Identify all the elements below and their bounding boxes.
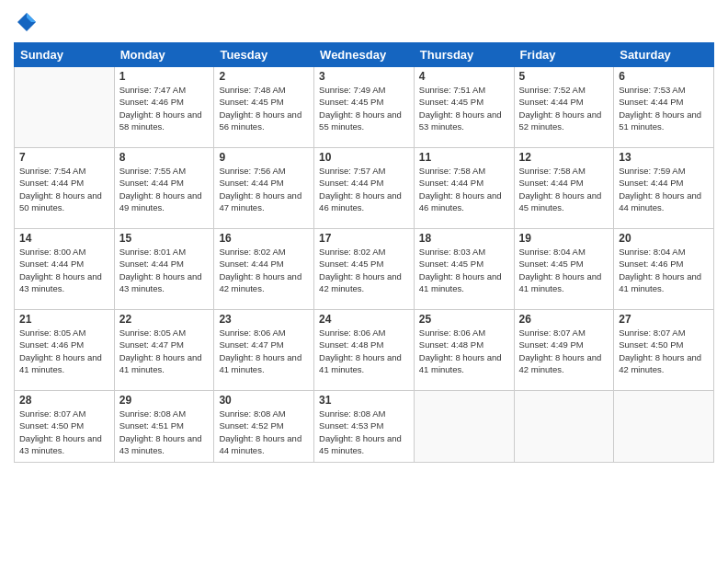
calendar-cell bbox=[614, 391, 714, 463]
calendar-cell: 30Sunrise: 8:08 AMSunset: 4:52 PMDayligh… bbox=[214, 391, 314, 463]
calendar-cell: 18Sunrise: 8:03 AMSunset: 4:45 PMDayligh… bbox=[414, 229, 514, 310]
day-info: Sunrise: 7:54 AMSunset: 4:44 PMDaylight:… bbox=[19, 165, 109, 213]
day-info: Sunrise: 7:52 AMSunset: 4:44 PMDaylight:… bbox=[519, 84, 609, 132]
day-number: 9 bbox=[219, 151, 309, 164]
day-number: 14 bbox=[19, 232, 109, 245]
day-info: Sunrise: 8:08 AMSunset: 4:51 PMDaylight:… bbox=[119, 408, 210, 456]
day-number: 2 bbox=[219, 70, 309, 83]
day-number: 4 bbox=[419, 70, 509, 83]
day-number: 3 bbox=[319, 70, 409, 83]
calendar-cell: 20Sunrise: 8:04 AMSunset: 4:46 PMDayligh… bbox=[614, 229, 714, 310]
logo-icon bbox=[14, 9, 40, 35]
day-info: Sunrise: 8:07 AMSunset: 4:50 PMDaylight:… bbox=[619, 327, 709, 375]
day-number: 30 bbox=[219, 394, 309, 407]
calendar-cell: 9Sunrise: 7:56 AMSunset: 4:44 PMDaylight… bbox=[214, 148, 314, 229]
calendar-cell: 12Sunrise: 7:58 AMSunset: 4:44 PMDayligh… bbox=[514, 148, 614, 229]
day-number: 18 bbox=[419, 232, 509, 245]
day-number: 16 bbox=[219, 232, 309, 245]
weekday-header-thursday: Thursday bbox=[414, 43, 514, 67]
calendar-cell: 4Sunrise: 7:51 AMSunset: 4:45 PMDaylight… bbox=[414, 67, 514, 148]
header bbox=[14, 9, 714, 35]
day-number: 28 bbox=[19, 394, 109, 407]
day-number: 13 bbox=[619, 151, 709, 164]
calendar-cell: 2Sunrise: 7:48 AMSunset: 4:45 PMDaylight… bbox=[214, 67, 314, 148]
day-info: Sunrise: 7:47 AMSunset: 4:46 PMDaylight:… bbox=[119, 84, 210, 132]
day-info: Sunrise: 8:08 AMSunset: 4:52 PMDaylight:… bbox=[219, 408, 309, 456]
day-info: Sunrise: 7:48 AMSunset: 4:45 PMDaylight:… bbox=[219, 84, 309, 132]
day-info: Sunrise: 8:02 AMSunset: 4:44 PMDaylight:… bbox=[219, 246, 309, 294]
day-number: 10 bbox=[319, 151, 409, 164]
calendar-cell: 10Sunrise: 7:57 AMSunset: 4:44 PMDayligh… bbox=[314, 148, 415, 229]
calendar-cell: 31Sunrise: 8:08 AMSunset: 4:53 PMDayligh… bbox=[314, 391, 415, 463]
day-info: Sunrise: 8:03 AMSunset: 4:45 PMDaylight:… bbox=[419, 246, 509, 294]
calendar-cell: 22Sunrise: 8:05 AMSunset: 4:47 PMDayligh… bbox=[114, 310, 214, 391]
day-number: 19 bbox=[519, 232, 609, 245]
day-number: 7 bbox=[19, 151, 109, 164]
day-number: 29 bbox=[119, 394, 210, 407]
logo bbox=[14, 9, 43, 35]
day-info: Sunrise: 8:02 AMSunset: 4:45 PMDaylight:… bbox=[319, 246, 409, 294]
calendar-cell: 19Sunrise: 8:04 AMSunset: 4:45 PMDayligh… bbox=[514, 229, 614, 310]
day-number: 31 bbox=[319, 394, 409, 407]
day-info: Sunrise: 8:07 AMSunset: 4:49 PMDaylight:… bbox=[519, 327, 609, 375]
weekday-header-saturday: Saturday bbox=[614, 43, 714, 67]
day-info: Sunrise: 8:05 AMSunset: 4:46 PMDaylight:… bbox=[19, 327, 109, 375]
calendar-cell: 5Sunrise: 7:52 AMSunset: 4:44 PMDaylight… bbox=[514, 67, 614, 148]
weekday-header-monday: Monday bbox=[114, 43, 214, 67]
calendar-cell bbox=[414, 391, 514, 463]
day-info: Sunrise: 8:06 AMSunset: 4:47 PMDaylight:… bbox=[219, 327, 309, 375]
calendar-cell: 24Sunrise: 8:06 AMSunset: 4:48 PMDayligh… bbox=[314, 310, 415, 391]
calendar-cell: 13Sunrise: 7:59 AMSunset: 4:44 PMDayligh… bbox=[614, 148, 714, 229]
page: SundayMondayTuesdayWednesdayThursdayFrid… bbox=[0, 0, 728, 563]
calendar-cell: 21Sunrise: 8:05 AMSunset: 4:46 PMDayligh… bbox=[15, 310, 115, 391]
weekday-header-sunday: Sunday bbox=[15, 43, 115, 67]
day-number: 24 bbox=[319, 313, 409, 326]
day-info: Sunrise: 8:06 AMSunset: 4:48 PMDaylight:… bbox=[419, 327, 509, 375]
day-info: Sunrise: 8:04 AMSunset: 4:46 PMDaylight:… bbox=[619, 246, 709, 294]
day-number: 12 bbox=[519, 151, 609, 164]
day-number: 21 bbox=[19, 313, 109, 326]
day-info: Sunrise: 7:53 AMSunset: 4:44 PMDaylight:… bbox=[619, 84, 709, 132]
day-info: Sunrise: 8:04 AMSunset: 4:45 PMDaylight:… bbox=[519, 246, 609, 294]
day-info: Sunrise: 7:51 AMSunset: 4:45 PMDaylight:… bbox=[419, 84, 509, 132]
calendar-cell: 29Sunrise: 8:08 AMSunset: 4:51 PMDayligh… bbox=[114, 391, 214, 463]
day-number: 15 bbox=[119, 232, 210, 245]
day-info: Sunrise: 8:00 AMSunset: 4:44 PMDaylight:… bbox=[19, 246, 109, 294]
calendar-cell: 28Sunrise: 8:07 AMSunset: 4:50 PMDayligh… bbox=[15, 391, 115, 463]
day-number: 6 bbox=[619, 70, 709, 83]
calendar: SundayMondayTuesdayWednesdayThursdayFrid… bbox=[14, 42, 714, 463]
day-number: 22 bbox=[119, 313, 210, 326]
day-info: Sunrise: 7:59 AMSunset: 4:44 PMDaylight:… bbox=[619, 165, 709, 213]
day-info: Sunrise: 7:55 AMSunset: 4:44 PMDaylight:… bbox=[119, 165, 210, 213]
day-number: 11 bbox=[419, 151, 509, 164]
week-row-1: 7Sunrise: 7:54 AMSunset: 4:44 PMDaylight… bbox=[15, 148, 714, 229]
day-number: 20 bbox=[619, 232, 709, 245]
calendar-cell: 11Sunrise: 7:58 AMSunset: 4:44 PMDayligh… bbox=[414, 148, 514, 229]
calendar-cell: 17Sunrise: 8:02 AMSunset: 4:45 PMDayligh… bbox=[314, 229, 415, 310]
calendar-cell: 16Sunrise: 8:02 AMSunset: 4:44 PMDayligh… bbox=[214, 229, 314, 310]
day-info: Sunrise: 7:49 AMSunset: 4:45 PMDaylight:… bbox=[319, 84, 409, 132]
week-row-0: 1Sunrise: 7:47 AMSunset: 4:46 PMDaylight… bbox=[15, 67, 714, 148]
day-number: 17 bbox=[319, 232, 409, 245]
calendar-cell bbox=[15, 67, 115, 148]
day-info: Sunrise: 8:08 AMSunset: 4:53 PMDaylight:… bbox=[319, 408, 409, 456]
calendar-cell: 27Sunrise: 8:07 AMSunset: 4:50 PMDayligh… bbox=[614, 310, 714, 391]
calendar-cell: 25Sunrise: 8:06 AMSunset: 4:48 PMDayligh… bbox=[414, 310, 514, 391]
calendar-cell: 26Sunrise: 8:07 AMSunset: 4:49 PMDayligh… bbox=[514, 310, 614, 391]
day-info: Sunrise: 7:57 AMSunset: 4:44 PMDaylight:… bbox=[319, 165, 409, 213]
weekday-header-row: SundayMondayTuesdayWednesdayThursdayFrid… bbox=[15, 43, 714, 67]
calendar-cell: 7Sunrise: 7:54 AMSunset: 4:44 PMDaylight… bbox=[15, 148, 115, 229]
day-info: Sunrise: 8:01 AMSunset: 4:44 PMDaylight:… bbox=[119, 246, 210, 294]
calendar-cell: 6Sunrise: 7:53 AMSunset: 4:44 PMDaylight… bbox=[614, 67, 714, 148]
day-number: 27 bbox=[619, 313, 709, 326]
day-info: Sunrise: 7:58 AMSunset: 4:44 PMDaylight:… bbox=[419, 165, 509, 213]
calendar-cell: 14Sunrise: 8:00 AMSunset: 4:44 PMDayligh… bbox=[15, 229, 115, 310]
day-info: Sunrise: 8:05 AMSunset: 4:47 PMDaylight:… bbox=[119, 327, 210, 375]
day-info: Sunrise: 7:58 AMSunset: 4:44 PMDaylight:… bbox=[519, 165, 609, 213]
week-row-4: 28Sunrise: 8:07 AMSunset: 4:50 PMDayligh… bbox=[15, 391, 714, 463]
day-number: 23 bbox=[219, 313, 309, 326]
day-number: 1 bbox=[119, 70, 210, 83]
day-number: 25 bbox=[419, 313, 509, 326]
calendar-cell bbox=[514, 391, 614, 463]
week-row-3: 21Sunrise: 8:05 AMSunset: 4:46 PMDayligh… bbox=[15, 310, 714, 391]
